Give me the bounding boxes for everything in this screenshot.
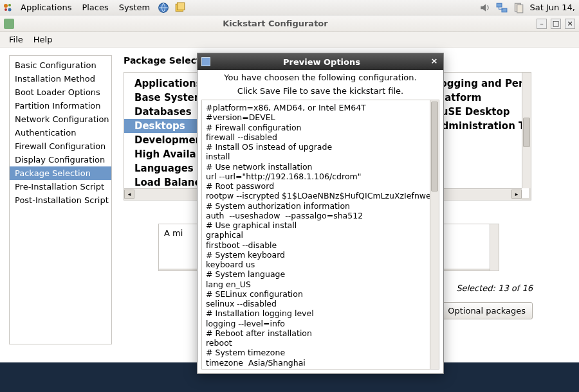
sidebar-item-pre-installation-script[interactable]: Pre-Installation Script xyxy=(10,180,111,193)
svg-point-2 xyxy=(8,8,12,11)
dialog-message-1: You have choosen the following configura… xyxy=(198,70,443,84)
panel-menu-system[interactable]: System xyxy=(116,1,152,13)
svg-rect-7 xyxy=(497,3,502,7)
gnome-panel: Applications Places System Sat Jun 14, xyxy=(0,0,579,15)
sidebar-item-firewall-configuration[interactable]: Firewall Configuration xyxy=(10,139,111,153)
sidebar-item-network-configuration[interactable]: Network Configuration xyxy=(10,112,111,126)
sidebar: Basic ConfigurationInstallation MethodBo… xyxy=(9,55,112,344)
sidebar-item-boot-loader-options[interactable]: Boot Loader Options xyxy=(10,85,111,99)
selected-count-label: Selected: 13 of 16 xyxy=(456,283,533,293)
dialog-titlebar: Preview Options × xyxy=(198,53,443,70)
dialog-message-2: Click Save File to save the kickstart fi… xyxy=(198,84,443,97)
panel-menu-places[interactable]: Places xyxy=(79,1,111,13)
sidebar-item-authentication[interactable]: Authentication xyxy=(10,126,111,139)
svg-point-0 xyxy=(4,4,8,8)
volume-icon[interactable] xyxy=(479,2,491,13)
app-icon xyxy=(4,19,14,29)
window-maximize-button[interactable]: □ xyxy=(551,19,561,29)
sidebar-item-package-selection[interactable]: Package Selection xyxy=(10,166,111,180)
category-scrollbar-vertical[interactable] xyxy=(522,73,531,188)
sidebar-item-installation-method[interactable]: Installation Method xyxy=(10,72,111,85)
browser-icon[interactable] xyxy=(158,2,169,13)
kickstart-preview: #platform=x86, AMD64, or Intel EM64T #ve… xyxy=(201,100,439,370)
svg-point-3 xyxy=(5,8,7,11)
description-scrollbar[interactable] xyxy=(490,224,499,271)
menubar: File Help xyxy=(0,32,579,48)
sidebar-item-partition-information[interactable]: Partition Information xyxy=(10,99,111,112)
kickstart-text[interactable]: #platform=x86, AMD64, or Intel EM64T #ve… xyxy=(202,100,439,370)
svg-rect-6 xyxy=(178,3,185,10)
menu-help[interactable]: Help xyxy=(28,33,58,46)
sidebar-item-display-configuration[interactable]: Display Configuration xyxy=(10,153,111,166)
dialog-close-button[interactable]: × xyxy=(429,57,439,67)
menu-file[interactable]: File xyxy=(4,33,28,46)
window-titlebar: Kickstart Configurator – □ × xyxy=(0,15,579,32)
preview-options-dialog: Preview Options × You have choosen the f… xyxy=(197,53,444,374)
svg-rect-10 xyxy=(517,4,523,12)
description-text: A mi xyxy=(164,228,183,238)
scroll-right-button[interactable]: ▸ xyxy=(511,190,522,199)
sidebar-item-basic-configuration[interactable]: Basic Configuration xyxy=(10,58,111,72)
dialog-title: Preview Options xyxy=(214,57,429,67)
network-icon[interactable] xyxy=(496,2,508,13)
panel-clock[interactable]: Sat Jun 14, xyxy=(529,3,576,12)
preview-scrollbar[interactable] xyxy=(430,100,439,369)
notes-icon[interactable] xyxy=(174,2,186,13)
clipboard-icon[interactable] xyxy=(513,2,524,13)
svg-point-1 xyxy=(8,4,11,6)
window-close-button[interactable]: × xyxy=(565,19,575,29)
window-title: Kickstart Configurator xyxy=(18,19,533,28)
dialog-icon xyxy=(201,57,210,66)
scroll-left-button[interactable]: ◂ xyxy=(124,190,134,199)
panel-menu-applications[interactable]: Applications xyxy=(18,1,74,13)
sidebar-item-post-installation-script[interactable]: Post-Installation Script xyxy=(10,193,111,207)
gnome-foot-icon xyxy=(3,3,13,13)
window-minimize-button[interactable]: – xyxy=(537,19,547,29)
optional-packages-button[interactable]: Optional packages xyxy=(441,302,533,319)
